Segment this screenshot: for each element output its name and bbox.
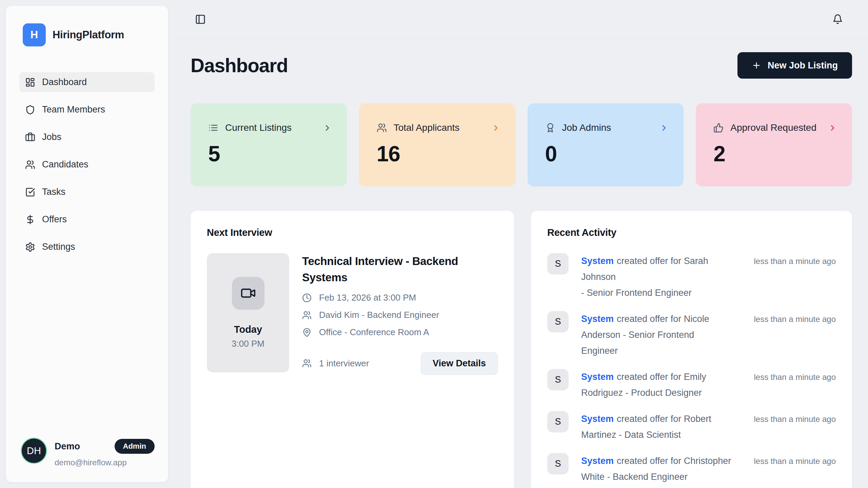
activity-actor-link[interactable]: System: [581, 414, 614, 424]
role-badge: Admin: [115, 439, 155, 454]
users-icon: [25, 160, 35, 170]
activity-actor-link[interactable]: System: [581, 456, 614, 466]
interview-time-label: 3:00 PM: [232, 339, 264, 349]
sidebar-item-candidates[interactable]: Candidates: [19, 155, 155, 175]
next-interview-title: Next Interview: [207, 227, 498, 238]
recent-activity-title: Recent Activity: [547, 227, 836, 238]
user-card[interactable]: DH Demo Admin demo@hireflow.app: [19, 438, 155, 467]
activity-text: Systemcreated offer for Robert Martinez …: [581, 411, 732, 443]
view-details-button[interactable]: View Details: [421, 352, 498, 374]
sidebar-item-label: Offers: [42, 214, 67, 225]
activity-line: created offer for Nicole: [617, 314, 709, 324]
stat-label: Approval Requested: [730, 122, 816, 133]
clock-icon: [302, 293, 312, 303]
briefcase-icon: [25, 132, 35, 142]
content: Dashboard New Job Listing Current Listin…: [174, 52, 868, 488]
avatar: S: [547, 411, 569, 432]
sidebar-toggle-button[interactable]: [195, 14, 206, 25]
check-square-icon: [25, 187, 35, 197]
activity-actor-link[interactable]: System: [581, 256, 614, 266]
stat-card-current-listings[interactable]: Current Listings 5: [191, 103, 347, 186]
interview-details: Technical Interview - Backend Systems Fe…: [302, 253, 498, 374]
stat-card-total-applicants[interactable]: Total Applicants 16: [359, 103, 515, 186]
shield-icon: [25, 105, 35, 115]
avatar: S: [547, 253, 569, 274]
activity-timestamp: less than a minute ago: [745, 369, 836, 382]
user-info: Demo Admin demo@hireflow.app: [55, 438, 155, 467]
interview-candidate: David Kim - Backend Engineer: [319, 310, 439, 320]
recent-activity-card: Recent Activity S Systemcreated offer fo…: [531, 211, 852, 488]
sidebar-item-label: Tasks: [42, 187, 65, 197]
sidebar-item-label: Dashboard: [42, 77, 87, 87]
stat-label: Total Applicants: [394, 122, 460, 133]
bell-icon: [832, 14, 843, 24]
sidebar-item-team-members[interactable]: Team Members: [19, 100, 155, 120]
topbar: [174, 0, 868, 39]
avatar: S: [547, 369, 569, 390]
activity-text: Systemcreated offer for Emily Rodriguez …: [581, 369, 732, 401]
activity-line: created offer for Christopher: [617, 456, 731, 466]
activity-line: Martinez - Data Scientist: [581, 430, 681, 440]
video-icon: [232, 277, 264, 310]
stats-row: Current Listings 5 Total Applicants: [191, 103, 852, 186]
chevron-right-icon: [659, 123, 669, 133]
brand: H HiringPlatform: [19, 23, 155, 46]
interview-date-panel: Today 3:00 PM: [207, 253, 289, 372]
app-root: H HiringPlatform Dashboard Team Members: [0, 0, 868, 488]
thumbs-up-icon: [713, 123, 724, 133]
chevron-right-icon: [323, 123, 332, 133]
sidebar-item-label: Team Members: [42, 104, 105, 115]
activity-line: White - Backend Engineer: [581, 472, 688, 482]
chevron-right-icon: [828, 123, 837, 133]
list-icon: [208, 123, 218, 133]
activity-actor-link[interactable]: System: [581, 314, 614, 324]
activity-item: S Systemcreated offer for Emily Rodrigue…: [547, 369, 836, 401]
award-icon: [545, 123, 555, 133]
activity-timestamp: less than a minute ago: [745, 311, 836, 324]
layout-dashboard-icon: [25, 77, 35, 87]
stat-value: 0: [545, 141, 669, 166]
users-icon: [302, 310, 312, 320]
sidebar-item-label: Settings: [42, 242, 75, 252]
page-title: Dashboard: [191, 54, 288, 77]
interview-datetime: Feb 13, 2026 at 3:00 PM: [319, 292, 416, 303]
avatar: DH: [21, 438, 47, 464]
plus-icon: [752, 61, 761, 70]
sidebar-item-dashboard[interactable]: Dashboard: [19, 72, 155, 92]
interview-body: Today 3:00 PM Technical Interview - Back…: [207, 253, 498, 374]
sidebar-item-offers[interactable]: Offers: [19, 209, 155, 229]
next-interview-card: Next Interview Today 3:00 PM Technical I…: [191, 211, 514, 488]
activity-actor-link[interactable]: System: [581, 372, 614, 382]
stat-label: Current Listings: [225, 122, 292, 133]
notifications-button[interactable]: [832, 14, 843, 24]
sidebar-item-settings[interactable]: Settings: [19, 237, 155, 257]
avatar: S: [547, 453, 569, 474]
sidebar-item-label: Jobs: [42, 132, 61, 142]
activity-text: Systemcreated offer for Nicole Anderson …: [581, 311, 732, 359]
activity-line: created offer for Robert: [617, 414, 711, 424]
stat-value: 2: [713, 141, 837, 166]
users-icon: [302, 359, 312, 368]
users-icon: [377, 123, 387, 133]
stat-value: 5: [208, 141, 332, 166]
map-pin-icon: [302, 328, 312, 337]
interview-footer: 1 interviewer View Details: [302, 352, 498, 374]
dollar-icon: [25, 215, 35, 225]
sidebar-item-tasks[interactable]: Tasks: [19, 182, 155, 202]
activity-line: created offer for Emily: [617, 372, 706, 382]
user-email: demo@hireflow.app: [55, 458, 155, 467]
activity-timestamp: less than a minute ago: [745, 411, 836, 424]
activity-item: S Systemcreated offer for Sarah Johnson …: [547, 253, 836, 301]
sidebar-item-jobs[interactable]: Jobs: [19, 127, 155, 147]
app-name: HiringPlatform: [53, 29, 124, 41]
activity-line: Rodriguez - Product Designer: [581, 388, 702, 398]
stat-label: Job Admins: [562, 122, 611, 133]
new-job-listing-button[interactable]: New Job Listing: [737, 52, 852, 79]
stat-card-approval-requested[interactable]: Approval Requested 2: [696, 103, 852, 186]
sidebar: H HiringPlatform Dashboard Team Members: [5, 5, 169, 483]
interviewer-count: 1 interviewer: [319, 358, 369, 369]
interview-location: Office - Conference Room A: [319, 327, 429, 338]
activity-line: - Senior Frontend Engineer: [581, 288, 692, 298]
activity-timestamp: less than a minute ago: [745, 253, 836, 266]
stat-card-job-admins[interactable]: Job Admins 0: [528, 103, 684, 186]
